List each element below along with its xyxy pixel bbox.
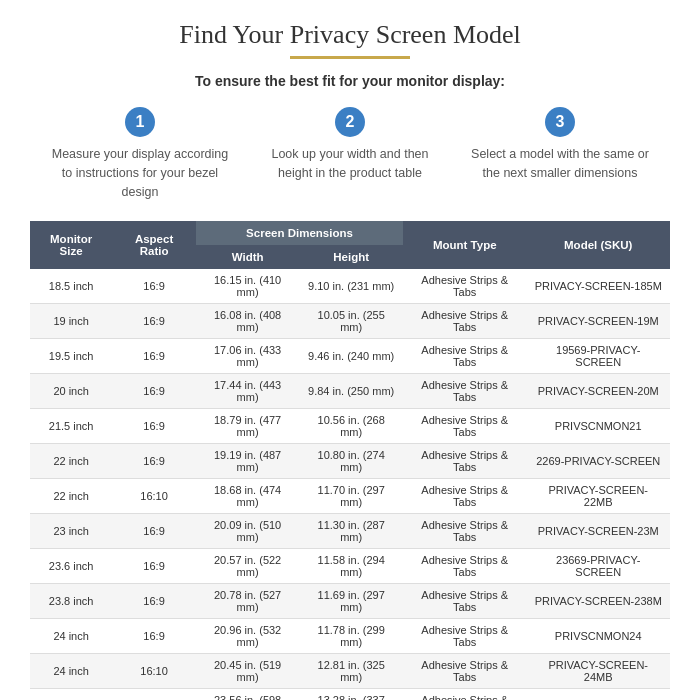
table-cell: 11.58 in. (294 mm): [299, 549, 403, 584]
table-cell: PRIVACY-SCREEN-22MB: [526, 479, 670, 514]
table-cell: 12.81 in. (325 mm): [299, 654, 403, 689]
step-3-text: Select a model with the same or the next…: [470, 145, 650, 183]
table-cell: PRIVACY-SCREEN-185M: [526, 269, 670, 304]
table-cell: 16:9: [112, 514, 196, 549]
table-row: 19.5 inch16:917.06 in. (433 mm)9.46 in. …: [30, 339, 670, 374]
table-cell: 16:9: [112, 584, 196, 619]
table-cell: 23.6 inch: [30, 549, 112, 584]
step-1-text: Measure your display according to instru…: [50, 145, 230, 201]
table-cell: 27 inch: [30, 689, 112, 700]
table-cell: 19569-PRIVACY-SCREEN: [526, 339, 670, 374]
col-aspect-ratio: Aspect Ratio: [112, 221, 196, 269]
table-row: 23 inch16:920.09 in. (510 mm)11.30 in. (…: [30, 514, 670, 549]
table-cell: Adhesive Strips & Tabs: [403, 689, 526, 700]
table-cell: 23.8 inch: [30, 584, 112, 619]
table-row: 19 inch16:916.08 in. (408 mm)10.05 in. (…: [30, 304, 670, 339]
col-width: Width: [196, 245, 299, 269]
table-cell: 18.68 in. (474 mm): [196, 479, 299, 514]
table-cell: PRIVACY-SCREEN-238M: [526, 584, 670, 619]
table-cell: Adhesive Strips & Tabs: [403, 654, 526, 689]
table-cell: 16:9: [112, 549, 196, 584]
step-1-circle: 1: [125, 107, 155, 137]
table-cell: PRIVSCNMON21: [526, 409, 670, 444]
table-cell: PRIVACY-SCREEN-23M: [526, 514, 670, 549]
table-cell: Adhesive Strips & Tabs: [403, 549, 526, 584]
title-underline: [290, 56, 410, 59]
step-1: 1 Measure your display according to inst…: [50, 107, 230, 201]
table-cell: 24 inch: [30, 654, 112, 689]
table-cell: 22 inch: [30, 479, 112, 514]
table-cell: Adhesive Strips & Tabs: [403, 269, 526, 304]
table-cell: PRIVACY-SCREEN-19M: [526, 304, 670, 339]
step-3-circle: 3: [545, 107, 575, 137]
table-cell: Adhesive Strips & Tabs: [403, 339, 526, 374]
table-cell: Adhesive Strips & Tabs: [403, 409, 526, 444]
table-cell: 2269-PRIVACY-SCREEN: [526, 444, 670, 479]
table-cell: PRIVACY-SCREEN-24MB: [526, 654, 670, 689]
table-cell: Adhesive Strips & Tabs: [403, 304, 526, 339]
table-cell: 9.46 in. (240 mm): [299, 339, 403, 374]
table-cell: 19 inch: [30, 304, 112, 339]
table-cell: 16:9: [112, 689, 196, 700]
table-cell: Adhesive Strips & Tabs: [403, 619, 526, 654]
table-row: 20 inch16:917.44 in. (443 mm)9.84 in. (2…: [30, 374, 670, 409]
table-cell: 16:9: [112, 444, 196, 479]
table-cell: 11.69 in. (297 mm): [299, 584, 403, 619]
table-cell: 16:9: [112, 374, 196, 409]
table-cell: 17.06 in. (433 mm): [196, 339, 299, 374]
table-cell: 19.5 inch: [30, 339, 112, 374]
col-mount-type: Mount Type: [403, 221, 526, 269]
table-cell: PRIVSCNMON27: [526, 689, 670, 700]
table-row: 27 inch16:923.56 in. (598 mm)13.28 in. (…: [30, 689, 670, 700]
table-cell: 18.79 in. (477 mm): [196, 409, 299, 444]
table-cell: Adhesive Strips & Tabs: [403, 444, 526, 479]
table-row: 21.5 inch16:918.79 in. (477 mm)10.56 in.…: [30, 409, 670, 444]
table-cell: 16:9: [112, 619, 196, 654]
table-cell: 11.70 in. (297 mm): [299, 479, 403, 514]
table-cell: 20.78 in. (527 mm): [196, 584, 299, 619]
table-cell: 17.44 in. (443 mm): [196, 374, 299, 409]
table-row: 23.6 inch16:920.57 in. (522 mm)11.58 in.…: [30, 549, 670, 584]
table-cell: 21.5 inch: [30, 409, 112, 444]
table-cell: 16:9: [112, 269, 196, 304]
col-screen-dimensions: Screen Dimensions: [196, 221, 403, 245]
table-cell: 20.96 in. (532 mm): [196, 619, 299, 654]
product-table: Monitor Size Aspect Ratio Screen Dimensi…: [30, 221, 670, 700]
table-cell: 10.80 in. (274 mm): [299, 444, 403, 479]
table-cell: 20 inch: [30, 374, 112, 409]
table-row: 24 inch16:1020.45 in. (519 mm)12.81 in. …: [30, 654, 670, 689]
table-cell: 20.09 in. (510 mm): [196, 514, 299, 549]
table-cell: 24 inch: [30, 619, 112, 654]
table-cell: 23.56 in. (598 mm): [196, 689, 299, 700]
steps-container: 1 Measure your display according to inst…: [30, 107, 670, 201]
table-cell: 18.5 inch: [30, 269, 112, 304]
table-cell: Adhesive Strips & Tabs: [403, 514, 526, 549]
table-row: 22 inch16:1018.68 in. (474 mm)11.70 in. …: [30, 479, 670, 514]
table-cell: PRIVACY-SCREEN-20M: [526, 374, 670, 409]
step-2: 2 Look up your width and then height in …: [260, 107, 440, 201]
table-cell: 10.56 in. (268 mm): [299, 409, 403, 444]
table-cell: Adhesive Strips & Tabs: [403, 374, 526, 409]
table-cell: 23669-PRIVACY-SCREEN: [526, 549, 670, 584]
table-cell: 13.28 in. (337 mm): [299, 689, 403, 700]
table-cell: 16:9: [112, 339, 196, 374]
col-height: Height: [299, 245, 403, 269]
table-cell: 20.57 in. (522 mm): [196, 549, 299, 584]
step-2-text: Look up your width and then height in th…: [260, 145, 440, 183]
table-cell: 16.15 in. (410 mm): [196, 269, 299, 304]
step-3: 3 Select a model with the same or the ne…: [470, 107, 650, 201]
table-cell: 16.08 in. (408 mm): [196, 304, 299, 339]
table-cell: 11.78 in. (299 mm): [299, 619, 403, 654]
table-cell: 16:10: [112, 654, 196, 689]
table-cell: 23 inch: [30, 514, 112, 549]
table-cell: 20.45 in. (519 mm): [196, 654, 299, 689]
col-monitor-size: Monitor Size: [30, 221, 112, 269]
table-cell: 10.05 in. (255 mm): [299, 304, 403, 339]
table-row: 18.5 inch16:916.15 in. (410 mm)9.10 in. …: [30, 269, 670, 304]
subtitle: To ensure the best fit for your monitor …: [30, 73, 670, 89]
table-cell: 9.84 in. (250 mm): [299, 374, 403, 409]
table-cell: 22 inch: [30, 444, 112, 479]
table-cell: 16:9: [112, 304, 196, 339]
table-cell: 11.30 in. (287 mm): [299, 514, 403, 549]
table-cell: PRIVSCNMON24: [526, 619, 670, 654]
